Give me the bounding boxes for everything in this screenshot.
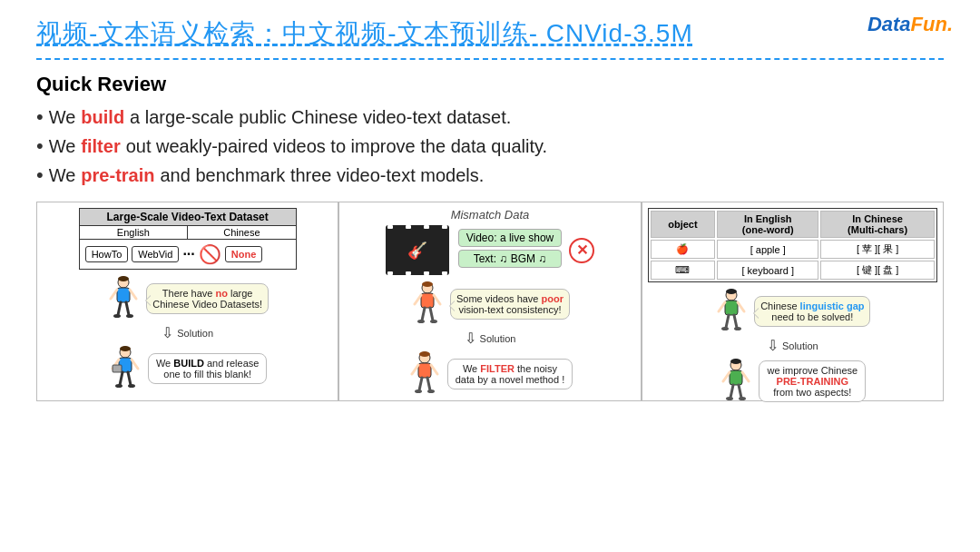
col1-char-row-top: There have no largeChinese Video Dataset…	[43, 275, 332, 322]
svg-line-31	[412, 365, 418, 374]
col3-keyboard-en: [ keyboard ]	[717, 261, 818, 280]
col1-solution-arrow: ⇩ Solution	[162, 324, 213, 341]
bullet-2-suffix: out weakly-paired videos to improve the …	[126, 136, 547, 157]
brand-data: Data	[867, 13, 911, 35]
svg-point-36	[427, 389, 435, 393]
none-label: None	[225, 246, 263, 262]
col2-char-row-top: Some videos have poorvision-text consist…	[345, 281, 634, 328]
mismatch-boxes: Video: a live show Text: ♫ BGM ♫	[458, 229, 563, 268]
svg-point-20	[422, 281, 433, 287]
bullet-3-highlight: pre-train	[81, 165, 154, 186]
svg-point-35	[415, 389, 422, 393]
keyboard-icon: ⌨	[675, 264, 690, 275]
svg-point-38	[726, 289, 737, 294]
svg-line-15	[128, 372, 131, 385]
webvid-item: WebVid	[132, 246, 179, 262]
person-icon-2b	[407, 350, 442, 398]
col3-th-english: In English(one-word)	[717, 211, 818, 238]
svg-point-53	[726, 397, 733, 400]
svg-line-24	[422, 308, 425, 320]
col3-apple-en: [ apple ]	[717, 240, 818, 259]
bullet-3-suffix: and benchmark three video-text models.	[160, 165, 484, 186]
col2-solution-arrow: ⇩ Solution	[465, 330, 516, 347]
svg-line-43	[734, 315, 737, 328]
apple-icon: 🍎	[676, 243, 689, 254]
svg-point-54	[739, 397, 746, 400]
col3-solution-arrow: ⇩ Solution	[767, 337, 818, 354]
col2-char-row-bottom: We FILTER the noisydata by a novel metho…	[345, 350, 634, 398]
video-label-box: Video: a live show	[458, 229, 563, 247]
col3-th-chinese: In Chinese(Multi-chars)	[820, 211, 935, 238]
svg-point-16	[115, 384, 122, 388]
chinese-table: object In English(one-word) In Chinese(M…	[648, 208, 937, 282]
svg-line-50	[742, 372, 749, 381]
col2-top: 🎸 Video: a live show Text: ♫ BGM ♫ ✕	[386, 225, 595, 275]
svg-point-7	[113, 314, 121, 318]
svg-rect-21	[421, 293, 434, 308]
main-title: 视频-文本语义检索：中文视频-文本预训练- CNVid-3.5M	[36, 19, 693, 47]
bullet-3-prefix: We	[49, 165, 76, 186]
svg-rect-2	[117, 288, 130, 302]
title-divider	[36, 58, 944, 60]
svg-line-32	[431, 365, 437, 374]
svg-point-44	[721, 327, 729, 330]
svg-point-45	[734, 327, 741, 330]
title-area: 视频-文本语义检索：中文视频-文本预训练- CNVid-3.5M	[36, 16, 944, 51]
bullet-1-highlight: build	[81, 107, 124, 128]
person-icon-3	[714, 288, 749, 335]
filter-text: FILTER	[480, 363, 514, 374]
col1-solution-bubble: We BUILD and releaseone to fill this bla…	[148, 353, 268, 384]
svg-point-8	[126, 314, 133, 318]
film-icon: 🎸	[386, 225, 449, 275]
col3-keyboard-obj: ⌨	[651, 261, 716, 280]
dots-item: ···	[182, 246, 194, 262]
svg-point-47	[730, 359, 741, 364]
col3-char-row-bottom: we improve ChinesePRE-TRAININGfrom two a…	[648, 358, 937, 405]
svg-line-14	[120, 372, 122, 385]
section-heading: Quick Review	[36, 73, 944, 96]
bullet-1-suffix: a large-scale public Chinese video-text …	[130, 107, 511, 128]
solution-label-3: Solution	[782, 340, 818, 351]
dataset-table: Large-Scale Video-Text Dataset English C…	[79, 208, 297, 270]
col3-speech-bubble-1: Chinese linguistic gapneed to be solved!	[754, 296, 870, 327]
text-label-box: Text: ♫ BGM ♫	[458, 250, 563, 268]
col3-row-apple: 🍎 [ apple ] [ 苹 ][ 果 ]	[651, 240, 935, 259]
col1-char-row-bottom: We BUILD and releaseone to fill this bla…	[43, 345, 332, 392]
svg-rect-30	[418, 363, 431, 378]
dataset-table-cols: English Chinese	[80, 226, 296, 240]
no-text: no	[216, 288, 228, 299]
bullet-1: • We build a large-scale public Chinese …	[36, 105, 944, 129]
film-person-icon: 🎸	[407, 241, 427, 261]
bullet-1-prefix: We	[49, 107, 76, 128]
col3-apple-zh: [ 苹 ][ 果 ]	[820, 240, 935, 259]
col3-th-object: object	[651, 211, 716, 238]
build-text: BUILD	[173, 358, 204, 369]
svg-line-40	[719, 302, 725, 311]
col1-speech-bubble-1: There have no largeChinese Video Dataset…	[146, 283, 269, 314]
poor-text: poor	[542, 293, 564, 304]
no-circle-icon: 🚫	[199, 243, 221, 265]
svg-line-49	[723, 372, 730, 381]
person-icon-1	[106, 275, 141, 322]
brand-fun: Fun.	[911, 13, 953, 35]
person-icon-3b	[719, 358, 753, 405]
down-arrow-icon-1: ⇩	[162, 324, 173, 341]
col3-apple-obj: 🍎	[651, 240, 716, 259]
bullet-dot-1: •	[36, 105, 44, 129]
svg-line-22	[415, 295, 421, 304]
diagrams-row: Large-Scale Video-Text Dataset English C…	[36, 202, 944, 401]
svg-point-26	[417, 320, 425, 323]
howto-item: HowTo	[85, 246, 129, 262]
diagram-col-2: Mismatch Data	[338, 202, 641, 401]
diagram-col-1: Large-Scale Video-Text Dataset English C…	[36, 202, 338, 401]
svg-line-33	[419, 378, 422, 390]
bullet-2-prefix: We	[49, 136, 76, 157]
svg-point-17	[128, 384, 135, 388]
cross-icon: ✕	[569, 238, 594, 263]
col2-solution-bubble: We FILTER the noisydata by a novel metho…	[447, 359, 573, 389]
svg-point-1	[118, 276, 129, 281]
down-arrow-icon-2: ⇩	[465, 330, 476, 347]
person-icon-1b	[108, 345, 142, 392]
svg-line-34	[427, 378, 430, 390]
svg-line-4	[130, 290, 136, 299]
